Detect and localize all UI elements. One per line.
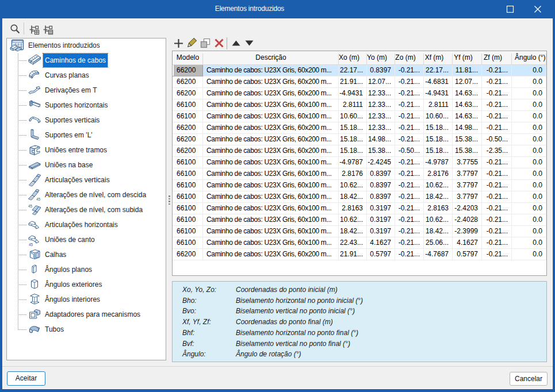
svg-text:45: 45 (28, 204, 33, 208)
svg-text:45: 45 (29, 243, 33, 247)
svg-text:45: 45 (36, 197, 41, 201)
